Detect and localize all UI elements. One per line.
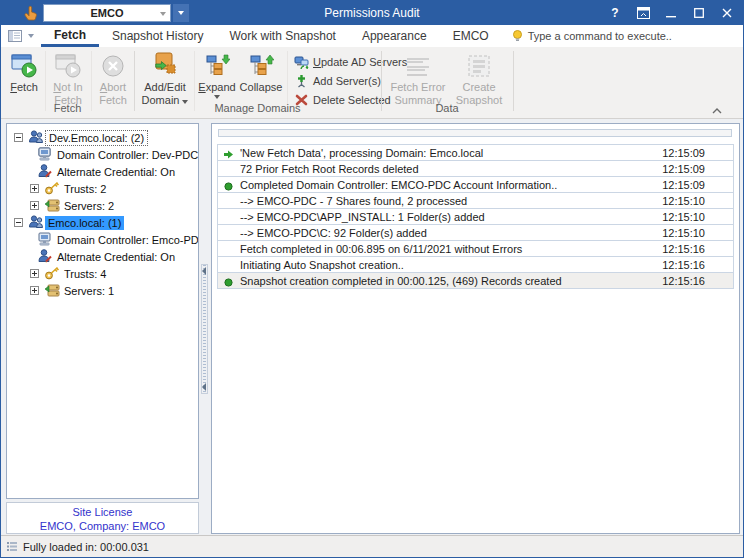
tree-item-label[interactable]: Trusts: 4	[61, 267, 109, 281]
tree-item-emco-domain-controller[interactable]: Domain Controller: Emco-PDC	[7, 231, 198, 248]
tab-work-with-snapshot[interactable]: Work with Snapshot	[216, 25, 349, 47]
log-row[interactable]: 72 Prior Fetch Root Records deleted 12:1…	[217, 160, 734, 177]
tree-item-label[interactable]: Alternate Credential: On	[54, 250, 178, 264]
tree-node-label[interactable]: Dev.Emco.local: (2)	[45, 130, 148, 146]
ribbon-tab-row: Fetch Snapshot History Work with Snapsho…	[1, 25, 743, 47]
expand-box-icon[interactable]	[30, 201, 39, 210]
tab-emco[interactable]: EMCO	[440, 25, 502, 47]
log-row-selected[interactable]: Snapshot creation completed in 00:00.125…	[217, 272, 734, 289]
log-row[interactable]: --> EMCO-PDC\APP_INSTALL: 1 Folder(s) ad…	[217, 208, 734, 225]
credential-icon	[37, 248, 53, 264]
log-row-time: 12:15:16	[662, 259, 705, 271]
log-row[interactable]: Initiating Auto Snapshot creation.. 12:1…	[217, 256, 734, 273]
domain-controller-icon	[37, 146, 53, 162]
tree-node-emco-domain[interactable]: Emco.local: (1)	[7, 214, 198, 231]
collapse-box-icon[interactable]	[14, 218, 23, 227]
tree-node-label[interactable]: Emco.local: (1)	[45, 216, 124, 230]
panel-splitter[interactable]	[201, 264, 208, 394]
expand-dropdown-icon	[214, 95, 220, 99]
log-row-time: 12:15:09	[662, 147, 705, 159]
maximize-icon	[694, 8, 704, 18]
collapse-ribbon-button[interactable]	[711, 101, 725, 113]
credential-icon	[37, 163, 53, 179]
close-button[interactable]	[713, 1, 741, 25]
tree-item-dev-trusts[interactable]: Trusts: 2	[7, 180, 198, 197]
servers-icon	[44, 282, 60, 298]
domain-controller-icon	[37, 231, 53, 247]
tree-item-dev-domain-controller[interactable]: Domain Controller: Dev-PDC	[7, 146, 198, 163]
tree-item-label[interactable]: Domain Controller: Emco-PDC	[54, 233, 199, 247]
trusts-key-icon	[44, 180, 60, 196]
create-snapshot-icon	[466, 49, 492, 79]
combo-arrow-icon	[160, 12, 166, 16]
fetch-log-panel: 'New Fetch Data', processing Domain: Emc…	[211, 123, 740, 534]
app-selector[interactable]: EMCO	[43, 4, 171, 22]
fetch-error-summary-icon	[403, 49, 433, 79]
log-row[interactable]: --> EMCO-PDC\C: 92 Folder(s) added 12:15…	[217, 224, 734, 241]
abort-fetch-icon	[100, 49, 126, 79]
close-icon	[722, 8, 732, 18]
app-hand-icon[interactable]	[23, 5, 39, 21]
not-in-fetch-icon	[54, 49, 82, 79]
ribbon-display-options-button[interactable]	[629, 1, 657, 25]
license-type: Site License	[7, 505, 198, 519]
log-row-time: 12:15:10	[662, 227, 705, 239]
expand-box-icon[interactable]	[30, 184, 39, 193]
green-dot-icon	[224, 277, 233, 286]
minimize-button[interactable]	[657, 1, 685, 25]
log-row-time: 12:15:10	[662, 195, 705, 207]
quick-access-toolbar[interactable]	[1, 25, 41, 47]
collapse-box-icon[interactable]	[14, 133, 23, 142]
app-selector-dropdown-button[interactable]	[173, 4, 189, 22]
log-row[interactable]: Completed Domain Controller: EMCO-PDC Ac…	[217, 176, 734, 193]
log-row-text: --> EMCO-PDC\APP_INSTALL: 1 Folder(s) ad…	[240, 211, 485, 223]
log-row-text: --> EMCO-PDC\C: 92 Folder(s) added	[240, 227, 427, 239]
servers-icon	[44, 197, 60, 213]
titlebar: EMCO Permissions Audit ?	[1, 1, 743, 25]
status-bar: Fully loaded in: 00:00.031	[1, 535, 743, 557]
help-button[interactable]: ?	[601, 1, 629, 25]
log-row-time: 12:15:10	[662, 211, 705, 223]
expand-box-icon[interactable]	[30, 269, 39, 278]
tree-item-label[interactable]: Servers: 1	[61, 284, 117, 298]
expand-box-icon[interactable]	[30, 286, 39, 295]
log-row[interactable]: --> EMCO-PDC - 7 Shares found, 2 process…	[217, 192, 734, 209]
expand-button-label: Expand	[198, 81, 235, 94]
add-servers-button[interactable]: Add Server(s)	[294, 72, 381, 89]
log-header-bar	[218, 129, 732, 137]
fetch-button-label: Fetch	[10, 81, 38, 94]
tree-item-label[interactable]: Trusts: 2	[61, 182, 109, 196]
splitter-collapse-icon[interactable]	[202, 383, 206, 391]
tree-node-dev-domain[interactable]: Dev.Emco.local: (2)	[7, 129, 198, 146]
group-label-fetch: Fetch	[1, 102, 134, 114]
tab-snapshot-history[interactable]: Snapshot History	[99, 25, 216, 47]
tree-item-dev-servers[interactable]: Servers: 2	[7, 197, 198, 214]
tab-fetch[interactable]: Fetch	[41, 25, 99, 47]
tree-item-emco-servers[interactable]: Servers: 1	[7, 282, 198, 299]
app-selector-value: EMCO	[91, 7, 124, 19]
quick-access-dropdown-icon	[28, 34, 34, 38]
domain-icon	[28, 129, 44, 145]
add-edit-domain-icon	[151, 49, 179, 79]
tree-item-emco-alternate-credential[interactable]: Alternate Credential: On	[7, 248, 198, 265]
log-row-time: 12:15:16	[662, 243, 705, 255]
splitter-collapse-icon[interactable]	[202, 267, 206, 275]
add-servers-icon	[294, 74, 309, 88]
domains-tree-panel: Dev.Emco.local: (2) Domain Controller: D…	[6, 123, 199, 499]
log-row[interactable]: 'New Fetch Data', processing Domain: Emc…	[217, 144, 734, 161]
tree-item-label[interactable]: Alternate Credential: On	[54, 165, 178, 179]
tree-item-label[interactable]: Domain Controller: Dev-PDC	[54, 148, 199, 162]
log-row-text: Snapshot creation completed in 00:00.125…	[240, 275, 562, 287]
tree-item-label[interactable]: Servers: 2	[61, 199, 117, 213]
window-controls: ?	[601, 1, 741, 25]
log-row-text: Fetch completed in 00:06.895 on 6/11/202…	[240, 243, 522, 255]
tree-item-dev-alternate-credential[interactable]: Alternate Credential: On	[7, 163, 198, 180]
log-row[interactable]: Fetch completed in 00:06.895 on 6/11/202…	[217, 240, 734, 257]
tree-item-emco-trusts[interactable]: Trusts: 4	[7, 265, 198, 282]
update-ad-servers-icon	[294, 55, 309, 69]
collapse-button-label: Collapse	[240, 81, 283, 94]
license-owner: EMCO, Company: EMCO	[7, 519, 198, 533]
command-search[interactable]: Type a command to execute..	[512, 25, 672, 47]
maximize-button[interactable]	[685, 1, 713, 25]
tab-appearance[interactable]: Appearance	[349, 25, 440, 47]
